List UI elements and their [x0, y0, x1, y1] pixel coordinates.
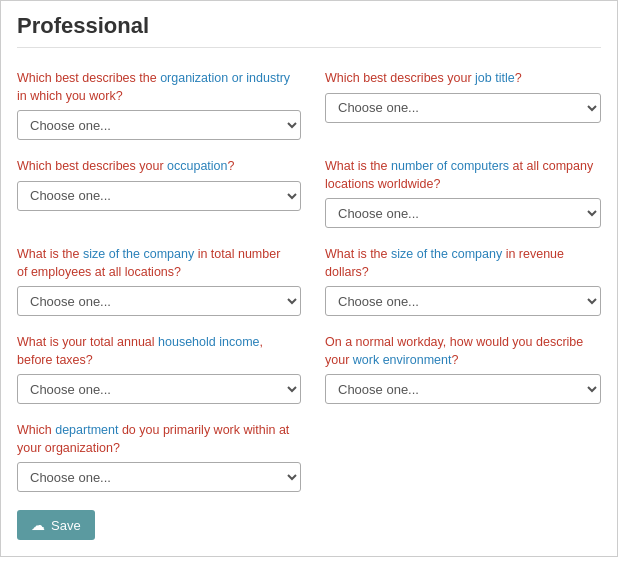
label-household-income: What is your total annual household inco… [17, 334, 301, 369]
select-computers-worldwide[interactable]: Choose one... [325, 198, 601, 228]
select-work-environment[interactable]: Choose one... [325, 374, 601, 404]
save-label: Save [51, 518, 81, 533]
select-household-income[interactable]: Choose one... [17, 374, 301, 404]
select-company-revenue[interactable]: Choose one... [325, 286, 601, 316]
page-title: Professional [17, 13, 601, 48]
field-empty-row5 [309, 414, 601, 502]
field-job-title: Which best describes your job title? Cho… [309, 62, 601, 150]
label-computers-worldwide: What is the number of computers at all c… [325, 158, 601, 193]
select-company-employees[interactable]: Choose one... [17, 286, 301, 316]
field-org-industry: Which best describes the organization or… [17, 62, 309, 150]
select-occupation[interactable]: Choose one... [17, 181, 301, 211]
field-computers-worldwide: What is the number of computers at all c… [309, 150, 601, 238]
label-work-environment: On a normal workday, how would you descr… [325, 334, 601, 369]
label-department: Which department do you primarily work w… [17, 422, 301, 457]
page-container: Professional Which best describes the or… [0, 0, 618, 557]
label-company-employees: What is the size of the company in total… [17, 246, 301, 281]
label-job-title: Which best describes your job title? [325, 70, 601, 88]
select-job-title[interactable]: Choose one... [325, 93, 601, 123]
field-occupation: Which best describes your occupation? Ch… [17, 150, 309, 238]
field-work-environment: On a normal workday, how would you descr… [309, 326, 601, 414]
form-grid: Which best describes the organization or… [17, 62, 601, 502]
label-company-revenue: What is the size of the company in reven… [325, 246, 601, 281]
field-company-revenue: What is the size of the company in reven… [309, 238, 601, 326]
field-company-employees: What is the size of the company in total… [17, 238, 309, 326]
save-button[interactable]: ☁ Save [17, 510, 95, 540]
select-department[interactable]: Choose one... [17, 462, 301, 492]
select-org-industry[interactable]: Choose one... [17, 110, 301, 140]
upload-icon: ☁ [31, 517, 45, 533]
label-occupation: Which best describes your occupation? [17, 158, 301, 176]
label-org-industry: Which best describes the organization or… [17, 70, 301, 105]
field-department: Which department do you primarily work w… [17, 414, 309, 502]
field-household-income: What is your total annual household inco… [17, 326, 309, 414]
